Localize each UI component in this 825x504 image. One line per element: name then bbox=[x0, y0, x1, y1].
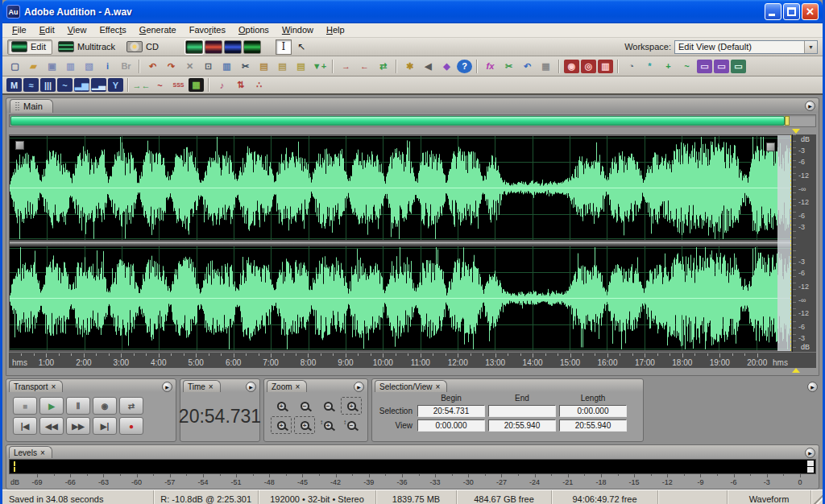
cue-list-icon[interactable]: ▭ bbox=[697, 60, 712, 73]
playhead-line[interactable] bbox=[790, 135, 791, 351]
view-length-field[interactable]: 20:55.940 bbox=[559, 419, 627, 432]
delete-selection-icon[interactable]: ✕ bbox=[181, 59, 198, 74]
view-end-field[interactable]: 20:55.940 bbox=[488, 419, 556, 432]
stop-button[interactable]: ■ bbox=[13, 397, 37, 415]
midi-note-icon[interactable]: ♪ bbox=[214, 77, 230, 93]
minimize-button[interactable] bbox=[765, 3, 781, 20]
panel-menu-icon[interactable]: ▶ bbox=[354, 382, 364, 392]
panel-menu-icon[interactable]: ▶ bbox=[807, 382, 818, 392]
tab-levels[interactable]: Levels × bbox=[9, 446, 52, 458]
chevron-down-icon[interactable]: ▼ bbox=[804, 41, 817, 53]
paste-icon[interactable]: ▤ bbox=[255, 59, 272, 74]
revert-icon[interactable]: ↶ bbox=[519, 59, 536, 74]
menu-view[interactable]: View bbox=[61, 24, 93, 36]
wave-box-effect-icon[interactable]: ~ bbox=[57, 78, 73, 92]
close-button[interactable]: ✕ bbox=[802, 3, 819, 20]
audio-hardware-settings-icon[interactable]: ◀ bbox=[420, 59, 437, 74]
menu-edit[interactable]: Edit bbox=[33, 24, 61, 36]
left-channel-grabber[interactable] bbox=[15, 141, 24, 150]
cue-range-icon[interactable]: ▭ bbox=[714, 60, 729, 73]
time-selection-tool-button[interactable]: I bbox=[276, 39, 292, 55]
zoom-in-left-edge-button[interactable]: + bbox=[271, 416, 292, 434]
batch-files-icon[interactable]: ▥ bbox=[62, 59, 79, 74]
scrub-tool-button[interactable]: ↖ bbox=[293, 39, 309, 55]
overview-range-bar[interactable] bbox=[10, 116, 785, 126]
timeline-ruler[interactable]: hmshms1:002:003:004:005:006:007:008:009:… bbox=[9, 352, 816, 368]
fast-forward-button[interactable]: ▶▶ bbox=[66, 417, 90, 435]
pause-button[interactable]: Ⅱ bbox=[66, 397, 90, 415]
panel-menu-icon[interactable]: ▶ bbox=[162, 382, 172, 392]
expand-view-icon[interactable]: + bbox=[660, 59, 677, 74]
file-info-icon[interactable]: i bbox=[99, 59, 116, 74]
menu-generate[interactable]: Generate bbox=[133, 24, 183, 36]
playlist-icon[interactable]: ▭ bbox=[731, 60, 746, 73]
go-to-beginning-button[interactable]: |◀ bbox=[13, 417, 37, 435]
close-tab-icon[interactable]: × bbox=[40, 448, 45, 457]
generate-tones-icon[interactable]: ~ bbox=[151, 77, 168, 93]
workspace-select[interactable]: Edit View (Default) ▼ bbox=[674, 40, 818, 54]
pitch-correction-icon[interactable]: ⇅ bbox=[232, 77, 249, 93]
envelope-icon[interactable]: ~ bbox=[678, 59, 695, 74]
waveform-display[interactable] bbox=[9, 134, 792, 352]
play-button[interactable]: ▶ bbox=[39, 397, 64, 415]
redo-icon[interactable]: ↷ bbox=[163, 59, 180, 74]
effects-fx-icon[interactable]: fx bbox=[482, 59, 499, 74]
adjust-selection-both-icon[interactable]: ⇄ bbox=[375, 59, 392, 74]
edit-view-button[interactable]: Edit bbox=[7, 39, 52, 55]
convert-sample-type-icon[interactable]: ◆ bbox=[438, 59, 455, 74]
zoom-to-selection-button[interactable]: + bbox=[341, 397, 362, 415]
spectral-pan-display-button[interactable] bbox=[224, 40, 242, 54]
cut-icon[interactable]: ✂ bbox=[237, 59, 254, 74]
clip-indicator-left[interactable] bbox=[807, 461, 814, 466]
go-to-end-button[interactable]: ▶| bbox=[93, 417, 117, 435]
copy-icon[interactable]: ▥ bbox=[218, 59, 235, 74]
save-file-icon[interactable]: ▣ bbox=[44, 59, 60, 74]
paste-to-new-icon[interactable]: ▤ bbox=[274, 59, 291, 74]
menu-help[interactable]: Help bbox=[320, 24, 351, 36]
mixer-effect-icon[interactable]: ||| bbox=[40, 78, 56, 92]
tab-time[interactable]: Time × bbox=[183, 380, 221, 392]
amplitude-ruler[interactable]: -3-6-12-∞-12-6-3-3-6-12-∞-12-6-3dBdB bbox=[792, 134, 816, 352]
close-tab-icon[interactable]: × bbox=[51, 382, 56, 391]
insert-into-multitrack-icon[interactable]: ▼+ bbox=[311, 59, 328, 74]
amplitude-statistics-icon[interactable]: ▥ bbox=[598, 60, 613, 73]
close-tab-icon[interactable]: × bbox=[209, 382, 214, 391]
play-from-cursor-button[interactable]: ◉ bbox=[93, 397, 117, 415]
analysis-effect-icon[interactable]: ▁▃ bbox=[91, 78, 106, 92]
tab-zoom[interactable]: Zoom × bbox=[267, 380, 307, 392]
menu-effects[interactable]: Effects bbox=[93, 24, 132, 36]
adjust-selection-right-icon[interactable]: ← bbox=[356, 59, 373, 74]
panel-menu-icon[interactable]: ▶ bbox=[805, 101, 815, 111]
zoom-in-horizontal-button[interactable]: + bbox=[271, 397, 292, 415]
new-file-icon[interactable]: ▢ bbox=[6, 59, 23, 74]
panel-menu-icon[interactable]: ▶ bbox=[246, 382, 256, 392]
tab-selection-view[interactable]: Selection/View × bbox=[375, 380, 447, 392]
help-icon[interactable]: ? bbox=[457, 60, 472, 73]
zoom-in-right-edge-button[interactable]: + bbox=[294, 416, 315, 434]
center-wave-icon[interactable]: →← bbox=[133, 77, 150, 93]
undo-icon[interactable]: ↶ bbox=[144, 59, 161, 74]
menu-window[interactable]: Window bbox=[276, 24, 320, 36]
panel-menu-icon[interactable]: ▶ bbox=[805, 448, 815, 458]
right-channel-grabber[interactable] bbox=[766, 143, 775, 151]
level-meter[interactable] bbox=[9, 459, 816, 474]
menu-options[interactable]: Options bbox=[232, 24, 276, 36]
spectral-frequency-display-button[interactable] bbox=[205, 40, 222, 54]
spectral-phase-display-button[interactable] bbox=[243, 40, 261, 54]
bridge-icon[interactable]: Br bbox=[118, 59, 135, 74]
overview-handle[interactable] bbox=[785, 116, 790, 126]
file-convert-icon[interactable]: ▧ bbox=[81, 59, 97, 74]
eq-effect-icon[interactable]: M bbox=[6, 78, 22, 92]
spectrum-effect-icon[interactable]: ▂▅ bbox=[74, 78, 89, 92]
zoom-in-vertical-button[interactable]: +↕ bbox=[317, 416, 338, 434]
close-tab-icon[interactable]: × bbox=[296, 382, 301, 391]
window-layout-icon[interactable]: ▦ bbox=[537, 59, 554, 74]
rewind-button[interactable]: ◀◀ bbox=[39, 417, 64, 435]
record-button[interactable]: ● bbox=[119, 417, 143, 435]
stereo-wave-effect-icon[interactable]: ≈ bbox=[23, 78, 39, 92]
scatter-analysis-icon[interactable]: ∴ bbox=[251, 77, 267, 93]
cd-view-button[interactable]: CD bbox=[123, 39, 164, 55]
tab-main[interactable]: Main bbox=[10, 99, 53, 113]
clock-time-icon[interactable]: ◔ bbox=[623, 59, 640, 74]
menu-favorites[interactable]: Favorites bbox=[183, 24, 232, 36]
